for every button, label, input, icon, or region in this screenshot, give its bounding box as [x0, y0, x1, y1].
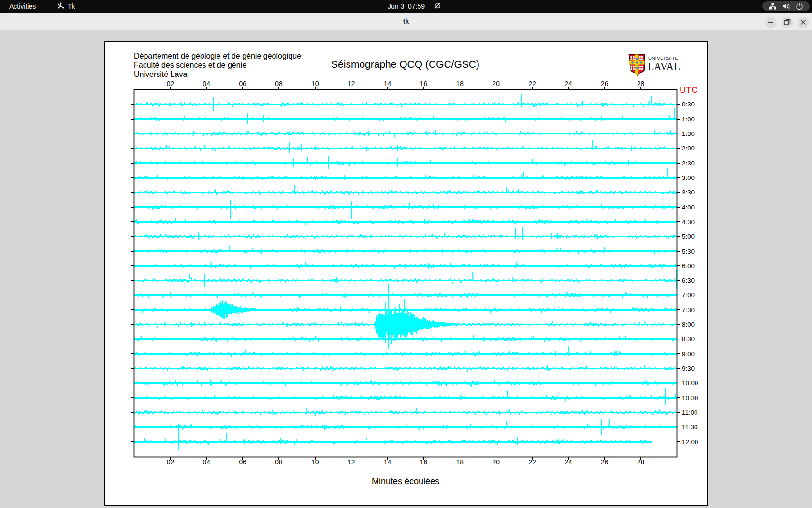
svg-text:08: 08 [275, 459, 283, 466]
svg-text:2:30: 2:30 [682, 160, 695, 167]
svg-text:28: 28 [637, 459, 645, 466]
svg-text:UTC: UTC [680, 85, 698, 95]
svg-text:08: 08 [275, 80, 283, 88]
svg-text:9:30: 9:30 [682, 365, 695, 372]
svg-text:24: 24 [565, 80, 572, 88]
svg-text:11:00: 11:00 [682, 409, 698, 416]
svg-text:2:00: 2:00 [682, 145, 695, 152]
svg-text:7:30: 7:30 [682, 306, 695, 314]
svg-text:28: 28 [637, 80, 645, 88]
svg-text:Faculté des sciences et de gén: Faculté des sciences et de génie [134, 61, 246, 69]
svg-text:Université Laval: Université Laval [134, 70, 189, 78]
svg-text:3:00: 3:00 [682, 174, 695, 181]
svg-text:22: 22 [528, 459, 536, 466]
svg-text:20: 20 [493, 459, 500, 466]
svg-text:02: 02 [167, 80, 174, 88]
svg-text:8:30: 8:30 [682, 335, 695, 343]
svg-text:11:30: 11:30 [682, 423, 698, 431]
svg-text:18: 18 [456, 80, 464, 88]
svg-text:0:30: 0:30 [682, 101, 695, 108]
svg-text:6:00: 6:00 [682, 262, 695, 269]
svg-text:10: 10 [311, 459, 319, 466]
svg-text:18: 18 [456, 459, 464, 466]
svg-text:26: 26 [601, 80, 609, 88]
svg-text:10: 10 [311, 80, 319, 88]
svg-text:12: 12 [348, 80, 355, 88]
svg-text:6:30: 6:30 [682, 277, 695, 284]
svg-text:14: 14 [384, 80, 392, 88]
svg-text:16: 16 [420, 80, 428, 88]
svg-text:3:30: 3:30 [682, 189, 695, 196]
svg-text:02: 02 [167, 459, 174, 466]
svg-text:10:00: 10:00 [682, 379, 698, 387]
svg-text:12:00: 12:00 [682, 438, 698, 446]
svg-text:06: 06 [239, 80, 246, 88]
svg-text:5:00: 5:00 [682, 233, 695, 240]
svg-text:04: 04 [203, 80, 211, 88]
svg-text:8:00: 8:00 [682, 321, 695, 328]
svg-text:16: 16 [420, 459, 428, 466]
svg-text:4:00: 4:00 [682, 204, 695, 211]
svg-text:5:30: 5:30 [682, 248, 695, 255]
svg-text:4:30: 4:30 [682, 218, 695, 225]
svg-text:04: 04 [203, 459, 211, 466]
svg-text:20: 20 [493, 80, 500, 88]
svg-text:06: 06 [239, 459, 246, 466]
svg-text:Minutes écoulées: Minutes écoulées [372, 477, 439, 486]
svg-text:22: 22 [528, 80, 536, 88]
svg-text:1:30: 1:30 [682, 130, 695, 137]
svg-text:10:30: 10:30 [682, 394, 698, 402]
svg-text:1:00: 1:00 [682, 116, 695, 123]
svg-text:26: 26 [601, 459, 609, 466]
svg-text:24: 24 [565, 459, 572, 466]
svg-text:12: 12 [348, 459, 355, 466]
svg-text:9:00: 9:00 [682, 350, 695, 358]
svg-text:Département de géologie et de: Département de géologie et de génie géol… [134, 52, 301, 60]
svg-text:14: 14 [384, 459, 392, 466]
svg-text:Séismographe QCQ (CGC/GSC): Séismographe QCQ (CGC/GSC) [331, 59, 479, 70]
svg-text:7:00: 7:00 [682, 291, 695, 299]
